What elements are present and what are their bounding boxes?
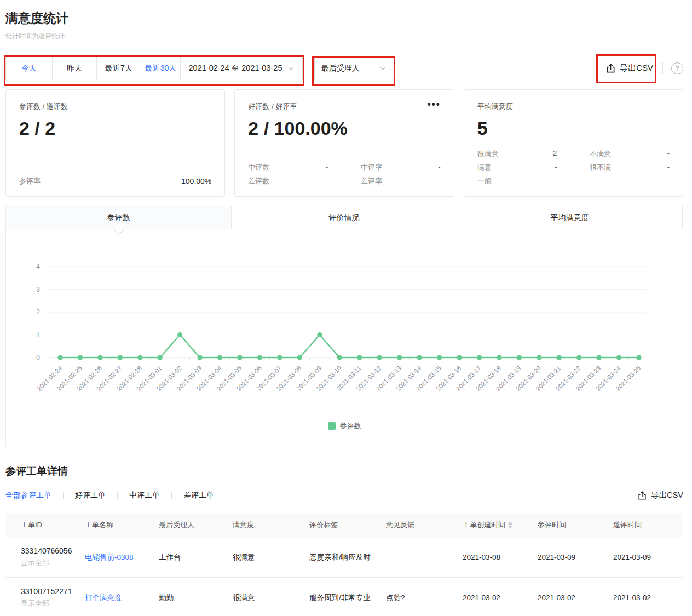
detail-tab-negative[interactable]: 差评工单 — [172, 491, 226, 500]
date-range-segmented-control: 今天 昨天 最近7天 最近30天 2021-02-24 至 2021-03-25 — [5, 56, 303, 80]
table-row: 331007152271 显示全部 打个满意度 勤勤 很满意 服务周到/非常专业… — [5, 578, 683, 616]
svg-text:1: 1 — [36, 331, 40, 339]
range-yesterday-button[interactable]: 昨天 — [52, 56, 96, 80]
stat-cards: 参评数 / 邀评数 2 / 2 参评率 100.00% 好评数 / 好评率 ••… — [5, 89, 683, 197]
stat-label: 中评率 — [361, 163, 382, 172]
export-icon — [606, 63, 616, 73]
invite-time: 2021-03-09 — [613, 553, 651, 561]
ticket-name-link[interactable]: 打个满意度 — [85, 593, 122, 603]
export-csv-button[interactable]: 导出CSV — [606, 63, 653, 73]
svg-text:2: 2 — [36, 308, 40, 316]
stat-value: - — [667, 163, 670, 172]
page-header: 满意度统计 统计时间为邀评统计 — [0, 0, 692, 41]
svg-text:4: 4 — [36, 263, 40, 270]
last-agent: 工作台 — [159, 552, 181, 562]
stat-value: - — [326, 163, 328, 172]
table-header-row: 工单ID 工单名称 最后受理人 满意度 评价标签 意见反馈 工单创建时间 参评时… — [5, 513, 683, 537]
help-icon[interactable]: ? — [671, 62, 683, 74]
detail-tab-neutral[interactable]: 中评工单 — [118, 491, 171, 500]
card-positive-rate: 好评数 / 好评率 ••• 2 / 100.00% 中评数- 中评率- 差评数-… — [234, 89, 454, 197]
stat-label: 一般 — [477, 176, 492, 186]
satisfaction-value: 很满意 — [233, 552, 255, 562]
col-created-time[interactable]: 工单创建时间 — [447, 520, 522, 530]
col-last-agent: 最后受理人 — [143, 520, 217, 530]
stat-value: 2 — [553, 149, 557, 159]
review-time: 2021-03-02 — [538, 594, 575, 602]
detail-filter-tabs: 全部参评工单 好评工单 中评工单 差评工单 导出CSV — [5, 490, 683, 500]
participation-rate-label: 参评率 — [19, 176, 41, 186]
stat-label: 中评数 — [248, 163, 269, 172]
range-last30days-button[interactable]: 最近30天 — [141, 56, 180, 80]
toolbar-divider — [662, 62, 663, 74]
show-all-link[interactable]: 显示全部 — [21, 558, 49, 568]
range-today-button[interactable]: 今天 — [6, 56, 52, 80]
stat-value: - — [326, 176, 328, 186]
participation-rate-value: 100.00% — [181, 177, 211, 186]
card-label: 好评数 / 好评率 — [248, 102, 297, 112]
chart-tab-evaluation[interactable]: 评价情况 — [232, 206, 457, 229]
export-icon — [637, 491, 647, 500]
page-subtitle: 统计时间为邀评统计 — [5, 32, 683, 41]
stat-label: 差评数 — [248, 176, 269, 186]
col-created-time-label: 工单创建时间 — [463, 520, 505, 530]
chart-legend[interactable]: 参评数 — [6, 421, 683, 431]
agent-filter-dropdown[interactable]: 最后受理人 — [314, 56, 393, 80]
review-time: 2021-03-09 — [538, 553, 575, 561]
col-satisfaction: 满意度 — [217, 520, 294, 530]
detail-export-csv-button[interactable]: 导出CSV — [637, 490, 683, 500]
participation-line-chart: 012342021-02-242021-02-252021-02-262021-… — [6, 243, 683, 416]
date-range-value: 2021-02-24 至 2021-03-25 — [189, 63, 282, 73]
ticket-id: 331007152271 — [21, 587, 72, 596]
line-chart: 012342021-02-242021-02-252021-02-262021-… — [6, 229, 683, 431]
legend-label: 参评数 — [340, 421, 361, 431]
chart-panel: 参评数 评价情况 平均满意度 012342021-02-242021-02-25… — [5, 206, 683, 447]
agent-filter-value: 最后受理人 — [321, 64, 360, 73]
filter-toolbar: 今天 昨天 最近7天 最近30天 2021-02-24 至 2021-03-25… — [5, 56, 683, 80]
satisfaction-stats-page: 满意度统计 统计时间为邀评统计 今天 昨天 最近7天 最近30天 2021-02… — [0, 0, 692, 616]
ticket-id: 333140766056 — [21, 546, 72, 555]
satisfaction-value: 很满意 — [233, 593, 255, 603]
col-feedback: 意见反馈 — [371, 520, 447, 530]
stat-value: - — [667, 149, 670, 159]
chart-tab-average[interactable]: 平均满意度 — [457, 206, 683, 229]
stat-label: 满意 — [477, 163, 492, 172]
svg-text:0: 0 — [36, 354, 40, 361]
chevron-down-icon — [287, 65, 294, 72]
col-review-time: 参评时间 — [522, 520, 598, 530]
col-tags: 评价标签 — [294, 520, 371, 530]
last-agent: 勤勤 — [159, 593, 174, 603]
col-ticket-name: 工单名称 — [70, 520, 143, 530]
card-value: 5 — [477, 118, 670, 139]
invite-time: 2021-03-02 — [613, 594, 651, 602]
card-participation: 参评数 / 邀评数 2 / 2 参评率 100.00% — [5, 89, 225, 197]
detail-section-title: 参评工单详情 — [5, 464, 683, 479]
evaluation-tags: 态度亲和/响应及时 — [309, 552, 371, 562]
more-menu-icon[interactable]: ••• — [428, 102, 441, 107]
tickets-table: 工单ID 工单名称 最后受理人 满意度 评价标签 意见反馈 工单创建时间 参评时… — [5, 513, 683, 616]
card-value: 2 / 100.00% — [248, 118, 440, 139]
card-label: 参评数 / 邀评数 — [19, 102, 68, 112]
table-row: 333140766056 显示全部 电销售前-0308 工作台 很满意 态度亲和… — [5, 537, 683, 578]
detail-tab-all[interactable]: 全部参评工单 — [5, 491, 63, 500]
date-range-picker[interactable]: 2021-02-24 至 2021-03-25 — [180, 56, 302, 80]
stat-value: - — [555, 176, 557, 186]
svg-text:3: 3 — [36, 286, 40, 293]
created-time: 2021-03-08 — [463, 553, 500, 561]
stat-label: 很不满 — [590, 163, 611, 172]
chart-tabs: 参评数 评价情况 平均满意度 — [6, 206, 683, 229]
card-average-satisfaction: 平均满意度 5 很满意2 不满意- 满意- 很不满- 一般- — [464, 89, 683, 197]
detail-tab-positive[interactable]: 好评工单 — [64, 491, 117, 500]
stat-label: 不满意 — [590, 149, 611, 159]
range-last7days-button[interactable]: 最近7天 — [96, 56, 141, 80]
card-value: 2 / 2 — [19, 118, 211, 139]
page-title: 满意度统计 — [5, 10, 683, 27]
sort-icon[interactable] — [508, 522, 512, 528]
stat-value: - — [438, 163, 440, 172]
chevron-down-icon — [379, 65, 386, 72]
show-all-link[interactable]: 显示全部 — [21, 598, 49, 608]
feedback: 点赞? — [386, 593, 405, 603]
stat-label: 很满意 — [477, 149, 499, 159]
evaluation-tags: 服务周到/非常专业 — [309, 593, 371, 603]
ticket-name-link[interactable]: 电销售前-0308 — [85, 552, 134, 562]
export-csv-label: 导出CSV — [620, 63, 653, 73]
